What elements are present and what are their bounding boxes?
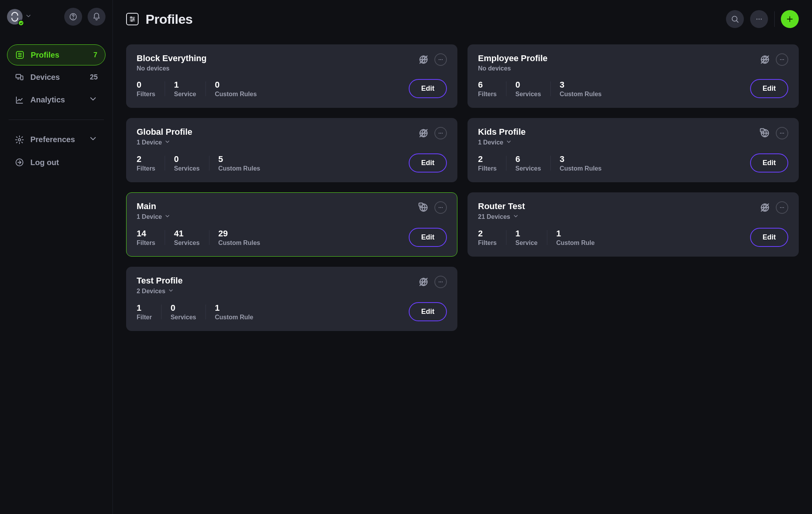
more-menu-button[interactable] [750, 10, 768, 28]
edit-button[interactable]: Edit [409, 302, 447, 321]
svg-point-23 [759, 19, 760, 20]
edit-button[interactable]: Edit [409, 153, 447, 173]
profile-devices-label: 1 Device [137, 213, 162, 220]
profile-devices[interactable]: 1 Device [478, 139, 526, 146]
svg-point-19 [131, 20, 132, 21]
globe-auto-icon[interactable]: A [759, 128, 770, 139]
card-menu-button[interactable] [776, 201, 788, 214]
stat-value: 1 [215, 303, 253, 313]
sidebar-item-devices[interactable]: Devices25 [7, 67, 105, 87]
stat-label: Custom Rules [218, 239, 260, 246]
stat-label: Filters [137, 91, 155, 98]
card-menu-button[interactable] [434, 276, 447, 288]
profile-devices-label: 1 Device [478, 139, 503, 146]
stat-value: 41 [174, 229, 200, 239]
globe-off-icon[interactable] [418, 54, 429, 65]
svg-point-8 [19, 56, 20, 57]
stat-value: 2 [478, 154, 497, 164]
stat-value: 0 [515, 80, 541, 90]
stat-value: 1 [556, 229, 595, 239]
sidebar-item-analytics[interactable]: Analytics [7, 89, 105, 111]
profile-title: Global Profile [137, 127, 192, 137]
profile-devices-label: No devices [137, 65, 169, 72]
svg-point-17 [131, 17, 132, 18]
profile-devices-label: 1 Device [137, 139, 162, 146]
profile-devices[interactable]: 1 Device [137, 213, 170, 221]
stat: 1Custom Rule [547, 229, 604, 246]
stat-label: Filter [137, 314, 152, 321]
sidebar-item-label: Profiles [31, 51, 87, 60]
edit-button[interactable]: Edit [750, 79, 788, 98]
svg-point-41 [442, 133, 443, 134]
svg-point-45 [780, 133, 781, 134]
stat: 29Custom Rules [209, 229, 270, 246]
svg-point-30 [440, 59, 441, 60]
stat: 6Filters [478, 80, 506, 98]
edit-button[interactable]: Edit [409, 79, 447, 98]
stat: 1Filter [137, 303, 161, 321]
gear-icon [15, 135, 24, 144]
chevron-down-icon [25, 12, 32, 21]
svg-point-6 [19, 53, 20, 54]
stat: 2Filters [478, 154, 506, 172]
devices-icon [15, 72, 24, 82]
edit-button[interactable]: Edit [750, 228, 788, 247]
svg-point-24 [761, 19, 762, 20]
stat-value: 1 [515, 229, 538, 239]
sidebar-item-count: 7 [93, 51, 97, 59]
card-menu-button[interactable] [434, 53, 447, 66]
stat: 1Service [506, 229, 547, 246]
edit-button[interactable]: Edit [409, 228, 447, 247]
profile-card: Test Profile2 Devices1Filter0Services1Cu… [126, 267, 457, 331]
svg-point-56 [780, 207, 781, 208]
status-ok-icon [18, 20, 24, 26]
chevron-down-icon [164, 213, 170, 221]
stat-value: 6 [478, 80, 497, 90]
stat-label: Filters [478, 239, 497, 246]
profile-devices[interactable]: 1 Device [137, 139, 192, 146]
edit-button[interactable]: Edit [750, 153, 788, 173]
card-menu-button[interactable] [776, 127, 788, 139]
search-button[interactable] [726, 10, 744, 28]
help-button[interactable] [64, 8, 82, 26]
stat-value: 14 [137, 229, 155, 239]
sidebar-item-profiles[interactable]: Profiles7 [7, 44, 105, 65]
sidebar-item-label: Devices [30, 73, 84, 82]
add-profile-button[interactable] [781, 10, 799, 28]
stat-label: Custom Rule [556, 239, 595, 246]
svg-point-31 [442, 59, 443, 60]
svg-point-1 [73, 18, 74, 19]
sidebar-item-preferences[interactable]: Preferences [7, 128, 105, 151]
stat-label: Custom Rule [215, 314, 253, 321]
stat-label: Custom Rules [560, 91, 602, 98]
stat-value: 0 [174, 154, 200, 164]
svg-point-18 [133, 19, 134, 20]
profile-devices[interactable]: 21 Devices [478, 213, 525, 221]
globe-off-icon[interactable] [418, 128, 429, 139]
card-menu-button[interactable] [776, 53, 788, 66]
stat-label: Services [515, 91, 541, 98]
sidebar-item-log-out[interactable]: Log out [7, 152, 105, 173]
sidebar-item-label: Log out [30, 158, 98, 167]
stat: 0Services [165, 154, 209, 172]
account-switcher[interactable] [7, 9, 32, 25]
card-menu-button[interactable] [434, 201, 447, 214]
stat-label: Services [174, 165, 200, 172]
profile-card: Employee ProfileNo devices6Filters0Servi… [468, 44, 799, 108]
svg-point-62 [440, 282, 441, 282]
svg-point-7 [20, 55, 21, 56]
profile-devices[interactable]: 2 Devices [137, 287, 183, 295]
stat: 3Custom Rules [550, 80, 611, 98]
card-menu-button[interactable] [434, 127, 447, 139]
profile-card: Kids Profile1 DeviceA2Filters6Services3C… [468, 118, 799, 182]
globe-auto-icon[interactable]: A [418, 202, 429, 213]
chevron-down-icon [164, 139, 170, 146]
notifications-button[interactable] [88, 8, 105, 26]
globe-off-icon[interactable] [759, 54, 770, 65]
stat-value: 2 [137, 154, 155, 164]
stat-value: 29 [218, 229, 260, 239]
profile-devices: No devices [478, 65, 548, 72]
globe-off-icon[interactable] [759, 202, 770, 213]
chevron-down-icon [88, 94, 98, 106]
globe-off-icon[interactable] [418, 276, 429, 287]
